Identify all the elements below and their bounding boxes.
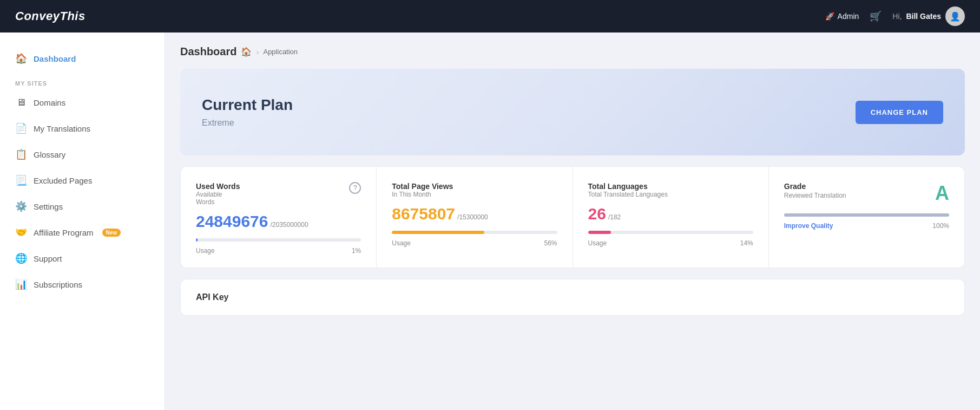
domains-icon: 🖥 [15,97,27,108]
sidebar: 🏠 Dashboard MY SITES 🖥 Domains 📄 My Tran… [0,32,165,410]
grade-footer: Improve Quality 100% [784,222,949,230]
excluded-pages-icon: 📃 [15,174,27,186]
languages-sublabel: Total Translated Languages [588,191,668,198]
topnav-right: 🚀 Admin 🛒 Hi, Bill Gates 👤 [825,6,965,26]
languages-usage-pct: 14% [740,239,753,247]
page-views-progress-container [392,231,557,234]
grade-label: Grade [784,182,846,191]
sidebar-item-subscriptions[interactable]: 📊 Subscriptions [0,271,165,297]
plan-info: Current Plan Extreme [202,96,293,128]
stat-languages: Total Languages Total Translated Languag… [573,167,769,268]
grade-top: Grade Reviewed Translation A [784,182,949,206]
new-badge: New [102,229,121,237]
user-name: Bill Gates [906,12,941,21]
breadcrumb: Dashboard 🏠 › Application [180,45,965,58]
stat-grade: Grade Reviewed Translation A Improve Qua… [769,167,964,268]
page-body: 🏠 Dashboard MY SITES 🖥 Domains 📄 My Tran… [0,32,980,410]
breadcrumb-home-icon[interactable]: 🏠 [241,47,252,57]
page-views-progress-fill [392,231,484,234]
cart-icon[interactable]: 🛒 [870,10,882,22]
sidebar-item-my-translations[interactable]: 📄 My Translations [0,115,165,141]
user-info: Hi, Bill Gates 👤 [892,6,965,26]
breadcrumb-separator: › [256,47,259,56]
admin-label: Admin [838,12,859,21]
used-words-footer: Usage 1% [196,247,361,255]
languages-divisor: /182 [608,213,621,221]
page-views-sublabel: In This Month [392,191,453,198]
sidebar-item-affiliate-program[interactable]: 🤝 Affiliate Program New [0,219,165,245]
sidebar-section-my-sites: MY SITES [0,71,165,90]
grade-progress-fill [784,213,949,217]
breadcrumb-crumb: Application [263,48,298,56]
current-plan-card: Current Plan Extreme CHANGE PLAN [180,69,965,155]
improve-quality-link[interactable]: Improve Quality [784,222,833,230]
sidebar-label-affiliate: Affiliate Program [34,228,94,237]
affiliate-icon: 🤝 [15,226,27,238]
page-views-usage-label: Usage [392,239,411,247]
grade-letter: A [935,182,949,205]
languages-usage-label: Usage [588,239,607,247]
page-views-usage-pct: 56% [544,239,557,247]
grade-sublabel: Reviewed Translation [784,192,846,199]
used-words-sublabel: Available Words [196,191,240,206]
translations-icon: 📄 [15,122,27,134]
change-plan-button[interactable]: CHANGE PLAN [856,101,943,124]
plan-name: Extreme [202,118,293,128]
stats-row: Used Words Available Words ? 24849676 /2… [180,166,965,268]
languages-progress-container [588,231,753,234]
used-words-usage-label: Usage [196,247,215,255]
sidebar-label-dashboard: Dashboard [34,54,76,63]
stat-languages-top: Total Languages Total Translated Languag… [588,182,753,203]
languages-footer: Usage 14% [588,239,753,247]
languages-progress-fill [588,231,611,234]
rocket-icon: 🚀 [825,12,834,21]
main-content: Dashboard 🏠 › Application Current Plan E… [165,32,980,410]
page-views-value: 8675807 [392,205,455,223]
sidebar-label-excluded-pages: Excluded Pages [34,176,92,185]
sidebar-label-support: Support [34,254,62,263]
page-title: Dashboard [180,45,236,58]
admin-link[interactable]: 🚀 Admin [825,12,859,21]
topnav: ConveyThis 🚀 Admin 🛒 Hi, Bill Gates 👤 [0,0,980,32]
subscriptions-icon: 📊 [15,278,27,290]
page-views-value-row: 8675807 /15300000 [392,205,557,223]
hi-text: Hi, [892,12,902,21]
used-words-progress-fill [196,238,198,242]
sidebar-item-settings[interactable]: ⚙️ Settings [0,193,165,219]
sidebar-label-subscriptions: Subscriptions [34,280,82,289]
stat-used-words-top: Used Words Available Words ? [196,182,361,210]
plan-label: Current Plan [202,96,293,114]
sidebar-item-dashboard[interactable]: 🏠 Dashboard [0,45,165,71]
logo: ConveyThis [15,9,85,23]
languages-value-row: 26 /182 [588,205,753,223]
sidebar-item-support[interactable]: 🌐 Support [0,245,165,271]
home-icon: 🏠 [15,53,27,64]
page-views-divisor: /15300000 [457,213,488,221]
glossary-icon: 📋 [15,148,27,160]
grade-pct: 100% [932,222,949,230]
sidebar-item-excluded-pages[interactable]: 📃 Excluded Pages [0,167,165,193]
sidebar-label-domains: Domains [34,98,65,107]
sidebar-label-settings: Settings [34,202,63,211]
sidebar-item-domains[interactable]: 🖥 Domains [0,90,165,115]
page-views-footer: Usage 56% [392,239,557,247]
used-words-label: Used Words [196,182,240,191]
sidebar-label-glossary: Glossary [34,150,65,159]
avatar[interactable]: 👤 [945,6,965,26]
sidebar-item-glossary[interactable]: 📋 Glossary [0,141,165,167]
stat-used-words: Used Words Available Words ? 24849676 /2… [181,167,377,268]
support-icon: 🌐 [15,252,27,264]
stat-page-views-top: Total Page Views In This Month [392,182,557,203]
page-views-label: Total Page Views [392,182,453,191]
stat-page-views: Total Page Views In This Month 8675807 /… [377,167,573,268]
used-words-usage-pct: 1% [352,247,361,255]
used-words-value-row: 24849676 /2035000000 [196,212,361,231]
api-key-title: API Key [196,292,949,302]
api-key-section: API Key [180,279,965,316]
settings-icon: ⚙️ [15,200,27,212]
languages-value: 26 [588,205,606,223]
languages-label: Total Languages [588,182,668,191]
used-words-divisor: /2035000000 [270,221,308,229]
used-words-progress-container [196,238,361,242]
help-icon[interactable]: ? [349,182,361,194]
